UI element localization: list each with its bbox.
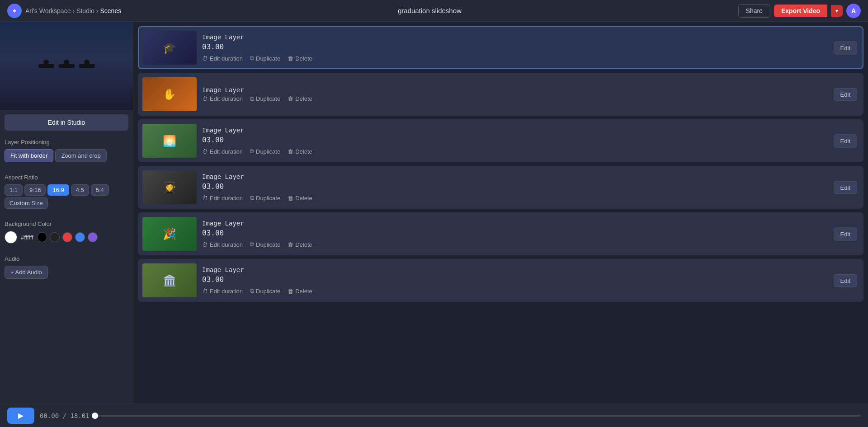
scene-edit-button-5[interactable]: Edit [834, 227, 857, 240]
ar-btn-Custom Size[interactable]: Custom Size [5, 197, 48, 209]
progress-thumb[interactable] [92, 413, 98, 419]
copy-icon-2: ⧉ [250, 95, 254, 103]
scene-thumb-image-2: ✋ [142, 77, 197, 111]
scene-info-2: Image Layer ⏱ Edit duration ⧉ Duplicate … [202, 86, 859, 103]
edit-duration-btn-6[interactable]: ⏱ Edit duration [202, 288, 243, 295]
delete-btn-4[interactable]: 🗑 Delete [288, 195, 312, 202]
scene-item-5[interactable]: 🎉 Image Layer 03.00 ⏱ Edit duration ⧉ Du… [138, 212, 863, 255]
scene-info-5: Image Layer 03.00 ⏱ Edit duration ⧉ Dupl… [202, 220, 859, 248]
duplicate-btn-3[interactable]: ⧉ Duplicate [250, 148, 280, 155]
progress-bar[interactable] [95, 415, 861, 417]
edit-duration-btn-2[interactable]: ⏱ Edit duration [202, 95, 243, 102]
edit-duration-btn-5[interactable]: ⏱ Edit duration [202, 241, 243, 248]
fit-with-border-button[interactable]: Fit with border [5, 149, 53, 162]
copy-icon-5: ⧉ [250, 241, 254, 248]
scene-edit-button-6[interactable]: Edit [834, 274, 857, 287]
audio-label: Audio [5, 255, 128, 262]
scene-edit-button-1[interactable]: Edit [834, 41, 857, 54]
duplicate-btn-2[interactable]: ⧉ Duplicate [250, 95, 280, 103]
trash-icon-5: 🗑 [288, 241, 293, 248]
zoom-and-crop-button[interactable]: Zoom and crop [55, 149, 106, 162]
layer-positioning-section: Layer Positioning Fit with border Zoom a… [0, 135, 133, 170]
scene-layer-label-5: Image Layer [202, 220, 859, 227]
export-video-button[interactable]: Export Video [774, 5, 827, 17]
scene-actions-2: ⏱ Edit duration ⧉ Duplicate 🗑 Delete [202, 95, 859, 103]
delete-btn-5[interactable]: 🗑 Delete [288, 241, 312, 248]
add-audio-button[interactable]: + Add Audio [5, 266, 48, 279]
breadcrumb-workspace[interactable]: Ari's Workspace [25, 7, 71, 14]
edit-in-studio-button[interactable]: Edit in Studio [5, 114, 128, 131]
swatch-blue[interactable] [75, 232, 85, 242]
delete-btn-3[interactable]: 🗑 Delete [288, 148, 312, 155]
breadcrumb-sep-1: › [72, 7, 75, 14]
scene-item-1[interactable]: 🎓 Image Layer 03.00 ⏱ Edit duration ⧉ Du… [138, 26, 863, 69]
scene-duration-3: 03.00 [202, 136, 859, 144]
copy-icon-1: ⧉ [250, 55, 254, 62]
scene-layer-label-4: Image Layer [202, 173, 859, 180]
duplicate-btn-1[interactable]: ⧉ Duplicate [250, 55, 280, 62]
scene-info-3: Image Layer 03.00 ⏱ Edit duration ⧉ Dupl… [202, 127, 859, 155]
bottom-bar: ▶ 00.00 / 18.01 [0, 404, 868, 427]
edit-duration-btn-4[interactable]: ⏱ Edit duration [202, 195, 243, 202]
ar-btn-1-1[interactable]: 1:1 [5, 184, 23, 196]
trash-icon-1: 🗑 [288, 55, 293, 62]
current-time: 00.00 [40, 412, 59, 419]
preview-image [0, 22, 133, 110]
scene-thumb-2: ✋ [142, 77, 197, 111]
scene-item-4[interactable]: 👩‍🎓 Image Layer 03.00 ⏱ Edit duration ⧉ … [138, 166, 863, 209]
sidebar: Edit in Studio Layer Positioning Fit wit… [0, 22, 133, 404]
scene-layer-label-1: Image Layer [202, 33, 859, 41]
play-icon: ▶ [18, 411, 24, 420]
scene-edit-button-4[interactable]: Edit [834, 181, 857, 194]
share-button[interactable]: Share [738, 4, 770, 18]
clock-icon-2: ⏱ [202, 95, 208, 102]
play-button[interactable]: ▶ [7, 408, 34, 424]
swatch-red[interactable] [62, 232, 72, 242]
scene-thumb-4: 👩‍🎓 [142, 170, 197, 204]
copy-icon-3: ⧉ [250, 148, 254, 155]
export-dropdown-button[interactable]: ▾ [831, 5, 843, 17]
copy-icon-6: ⧉ [250, 287, 254, 295]
copy-icon-4: ⧉ [250, 194, 254, 202]
swatch-black[interactable] [37, 232, 47, 242]
background-color-label: Background Color [5, 221, 128, 227]
delete-btn-6[interactable]: 🗑 Delete [288, 288, 312, 295]
scene-thumb-6: 🏛️ [142, 263, 197, 297]
scene-item-2[interactable]: ✋ Image Layer ⏱ Edit duration ⧉ Duplicat… [138, 73, 863, 116]
delete-btn-1[interactable]: 🗑 Delete [288, 55, 312, 62]
scene-thumb-image-6: 🏛️ [142, 263, 197, 297]
scene-edit-button-2[interactable]: Edit [834, 88, 857, 101]
scene-actions-6: ⏱ Edit duration ⧉ Duplicate 🗑 Delete [202, 287, 859, 295]
ar-btn-16-9[interactable]: 16:9 [47, 184, 69, 196]
scene-info-4: Image Layer 03.00 ⏱ Edit duration ⧉ Dupl… [202, 173, 859, 202]
duplicate-btn-4[interactable]: ⧉ Duplicate [250, 194, 280, 202]
bg-color-hex: #ffffff [21, 234, 33, 241]
scene-info-6: Image Layer 03.00 ⏱ Edit duration ⧉ Dupl… [202, 266, 859, 295]
scene-edit-button-3[interactable]: Edit [834, 134, 857, 147]
duplicate-btn-6[interactable]: ⧉ Duplicate [250, 287, 280, 295]
header: Ari's Workspace › Studio › Scenes gradua… [0, 0, 868, 22]
swatch-purple[interactable] [88, 232, 98, 242]
scene-list: 🎓 Image Layer 03.00 ⏱ Edit duration ⧉ Du… [133, 22, 868, 404]
scene-thumb-3: 🌅 [142, 124, 197, 158]
avatar[interactable]: A [846, 4, 861, 18]
scene-actions-3: ⏱ Edit duration ⧉ Duplicate 🗑 Delete [202, 148, 859, 155]
swatch-dark-gray[interactable] [50, 232, 60, 242]
edit-duration-btn-1[interactable]: ⏱ Edit duration [202, 55, 243, 62]
scene-duration-4: 03.00 [202, 182, 859, 191]
ar-btn-5-4[interactable]: 5:4 [91, 184, 109, 196]
time-display: 00.00 / 18.01 [40, 412, 90, 419]
scene-duration-5: 03.00 [202, 229, 859, 237]
positioning-buttons: Fit with border Zoom and crop [5, 149, 128, 162]
delete-btn-2[interactable]: 🗑 Delete [288, 95, 312, 102]
ar-btn-4-5[interactable]: 4:5 [71, 184, 89, 196]
clock-icon-5: ⏱ [202, 241, 208, 248]
bg-color-preview[interactable] [5, 231, 17, 244]
breadcrumb-studio[interactable]: Studio [76, 7, 94, 14]
main-layout: Edit in Studio Layer Positioning Fit wit… [0, 22, 868, 404]
duplicate-btn-5[interactable]: ⧉ Duplicate [250, 241, 280, 248]
scene-item-3[interactable]: 🌅 Image Layer 03.00 ⏱ Edit duration ⧉ Du… [138, 119, 863, 162]
ar-btn-9-16[interactable]: 9:16 [24, 184, 46, 196]
edit-duration-btn-3[interactable]: ⏱ Edit duration [202, 148, 243, 155]
scene-item-6[interactable]: 🏛️ Image Layer 03.00 ⏱ Edit duration ⧉ D… [138, 259, 863, 302]
